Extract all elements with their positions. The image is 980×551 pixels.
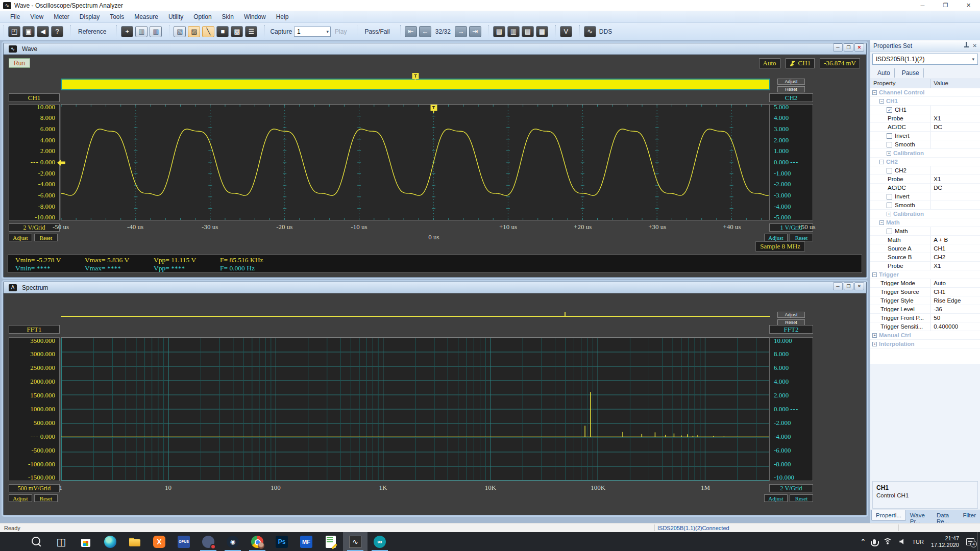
- checkbox[interactable]: ✓: [887, 107, 892, 113]
- ch2-adjust-button[interactable]: Adjust: [764, 234, 788, 241]
- property-row-ac-dc[interactable]: AC/DCDC: [870, 184, 980, 192]
- wave-plot[interactable]: T: [61, 104, 806, 220]
- property-value[interactable]: X1: [934, 115, 941, 121]
- play-button[interactable]: Play: [331, 27, 351, 36]
- palette-icon[interactable]: ▩: [231, 26, 243, 37]
- ch2-axis-header[interactable]: CH2: [769, 93, 813, 102]
- property-value[interactable]: Auto: [934, 280, 946, 286]
- prev-frame-icon[interactable]: ←: [419, 26, 431, 37]
- checkbox[interactable]: [887, 168, 892, 173]
- spectrum-restore-button[interactable]: ❐: [844, 282, 853, 290]
- ch2-reset-button[interactable]: Reset: [790, 234, 813, 241]
- reference-button[interactable]: Reference: [74, 27, 110, 36]
- ch1-reset-button[interactable]: Reset: [34, 234, 58, 241]
- property-value[interactable]: 0.400000: [934, 323, 958, 330]
- preview-reset-button[interactable]: Reset: [777, 86, 805, 92]
- collapse-icon[interactable]: −: [879, 220, 884, 225]
- property-value[interactable]: 50: [934, 315, 940, 321]
- clock[interactable]: 21:47 17.12.2020: [931, 535, 959, 548]
- menu-utility[interactable]: Utility: [163, 12, 188, 22]
- auto-button[interactable]: Auto: [873, 68, 895, 78]
- taskbar-search-icon[interactable]: [24, 532, 49, 551]
- expand-icon[interactable]: +: [887, 151, 891, 156]
- property-row-ac-dc[interactable]: AC/DCDC: [870, 123, 980, 132]
- layout-horizontal-icon[interactable]: ▤: [522, 26, 534, 37]
- property-row-ch1[interactable]: −CH1: [870, 97, 980, 106]
- property-row-math[interactable]: −Math: [870, 218, 980, 227]
- taskbar-taskview-icon[interactable]: ◫: [49, 532, 74, 551]
- display-mode-icon[interactable]: ▨: [188, 26, 200, 37]
- expand-icon[interactable]: +: [872, 342, 877, 346]
- voltage-button[interactable]: V: [560, 26, 572, 37]
- property-value[interactable]: X1: [934, 263, 941, 269]
- undo-icon[interactable]: ◀: [37, 26, 49, 37]
- taskbar-steam-icon[interactable]: ◉: [220, 532, 245, 551]
- checkbox[interactable]: [887, 203, 892, 208]
- property-value[interactable]: Rise Edge: [934, 297, 961, 304]
- taskbar-photoshop-icon[interactable]: Ps: [270, 532, 294, 551]
- wave-restore-button[interactable]: ❐: [844, 43, 853, 52]
- property-row-trigger-style[interactable]: Trigger StyleRise Edge: [870, 296, 980, 305]
- fft1-adjust-button[interactable]: Adjust: [9, 494, 32, 502]
- menu-tools[interactable]: Tools: [105, 12, 129, 22]
- trigger-source-badge[interactable]: CH1: [786, 58, 815, 68]
- fft2-adjust-button[interactable]: Adjust: [764, 494, 788, 502]
- capture-select[interactable]: 1▾: [294, 27, 331, 37]
- property-row-trigger-source[interactable]: Trigger SourceCH1: [870, 288, 980, 296]
- collapse-icon[interactable]: −: [872, 272, 877, 277]
- checkbox[interactable]: [887, 133, 892, 139]
- property-row-interpolation[interactable]: +Interpolation: [870, 340, 980, 348]
- property-row-invert[interactable]: Invert: [870, 132, 980, 140]
- line-style-icon[interactable]: ╲: [202, 26, 214, 37]
- taskbar-xampp-icon[interactable]: X: [147, 532, 172, 551]
- microphone-icon[interactable]: [873, 539, 876, 544]
- menu-view[interactable]: View: [25, 12, 48, 22]
- spectrum-window-titlebar[interactable]: Λ Spectrum ─ ❐ ✕: [4, 282, 866, 293]
- panel-close-icon[interactable]: ✕: [973, 43, 977, 48]
- menu-display[interactable]: Display: [75, 12, 105, 22]
- property-row-probe[interactable]: ProbeX1: [870, 114, 980, 123]
- taskbar-edge-icon[interactable]: [98, 532, 122, 551]
- run-button[interactable]: Run: [9, 58, 30, 68]
- fft1-reset-button[interactable]: Reset: [34, 494, 58, 502]
- tab-filter[interactable]: Filter: [959, 510, 980, 520]
- wave-minimize-button[interactable]: ─: [833, 43, 843, 52]
- checkbox[interactable]: [887, 229, 892, 234]
- property-row-trigger-sensiti-[interactable]: Trigger Sensiti...0.400000: [870, 322, 980, 331]
- taskbar-editor-icon[interactable]: [318, 532, 343, 551]
- property-row-smooth[interactable]: Smooth: [870, 201, 980, 210]
- checkbox[interactable]: [887, 194, 892, 199]
- property-value[interactable]: A + B: [934, 237, 948, 243]
- capture-position-bar[interactable]: T: [61, 79, 770, 90]
- next-frame-icon[interactable]: →: [455, 26, 467, 37]
- property-value[interactable]: DC: [934, 185, 942, 191]
- property-row-probe[interactable]: ProbeX1: [870, 175, 980, 184]
- notification-center-icon[interactable]: 4: [966, 538, 974, 545]
- close-button[interactable]: ✕: [957, 0, 980, 11]
- dds-icon[interactable]: ∿: [584, 26, 596, 37]
- property-value[interactable]: CH2: [934, 254, 945, 260]
- menu-window[interactable]: Window: [239, 12, 271, 22]
- spectrum-minimize-button[interactable]: ─: [833, 282, 843, 290]
- taskbar-chrome-icon[interactable]: [245, 532, 270, 551]
- property-value[interactable]: -36: [934, 306, 942, 312]
- property-row-channel-control[interactable]: −Channel Control: [870, 88, 980, 97]
- help-icon[interactable]: ?: [51, 26, 63, 37]
- property-row-trigger[interactable]: −Trigger: [870, 270, 980, 279]
- columns-icon[interactable]: ▥: [135, 26, 148, 37]
- menu-skin[interactable]: Skin: [217, 12, 239, 22]
- layout-cascade-icon[interactable]: ▤: [493, 26, 505, 37]
- collapse-icon[interactable]: −: [879, 99, 884, 104]
- wave-window-titlebar[interactable]: ∿ Wave ─ ❐ ✕: [4, 43, 866, 55]
- preview-adjust-button[interactable]: Adjust: [777, 79, 805, 85]
- spectrum-preview-adjust-button[interactable]: Adjust: [777, 312, 805, 318]
- hidden-icons-chevron-icon[interactable]: ⌃: [860, 538, 866, 545]
- property-row-ch1[interactable]: ✓CH1: [870, 106, 980, 114]
- fft1-axis-header[interactable]: FFT1: [9, 325, 60, 334]
- tab-properti-[interactable]: Properti...: [871, 510, 906, 521]
- collapse-icon[interactable]: −: [872, 90, 877, 95]
- restore-button[interactable]: ❐: [934, 0, 957, 11]
- collapse-icon[interactable]: −: [879, 160, 884, 164]
- property-row-trigger-front-p-[interactable]: Trigger Front P...50: [870, 314, 980, 322]
- first-frame-icon[interactable]: ⇤: [405, 26, 417, 37]
